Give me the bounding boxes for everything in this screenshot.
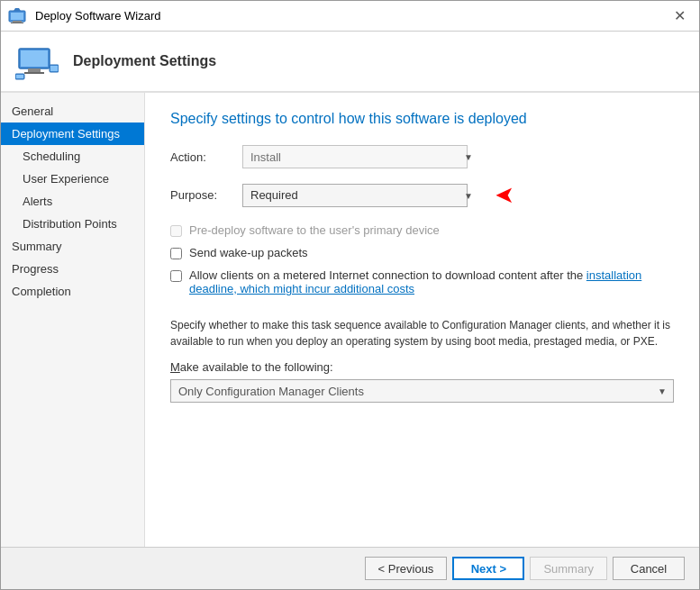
- main-panel: Specify settings to control how this sof…: [145, 93, 699, 547]
- metered-checkbox[interactable]: [170, 270, 182, 282]
- title-bar: Deploy Software Wizard ✕: [1, 1, 699, 32]
- purpose-label: Purpose:: [170, 188, 242, 202]
- page-title: Specify settings to control how this sof…: [170, 111, 674, 127]
- make-available-select[interactable]: Only Configuration Manager Clients Confi…: [170, 379, 674, 403]
- make-available-select-wrapper: Only Configuration Manager Clients Confi…: [170, 379, 674, 403]
- checkboxes-section: Pre-deploy software to the user's primar…: [170, 223, 674, 295]
- sidebar-item-scheduling[interactable]: Scheduling: [1, 145, 144, 168]
- metered-label: Allow clients on a metered Internet conn…: [189, 268, 674, 295]
- red-arrow-annotation: ➤: [495, 181, 514, 209]
- metered-row: Allow clients on a metered Internet conn…: [170, 268, 674, 295]
- svg-rect-1: [11, 13, 23, 20]
- wakeup-row: Send wake-up packets: [170, 246, 674, 259]
- title-bar-text: Deploy Software Wizard: [35, 9, 667, 23]
- make-available-section: Make available to the following: Only Co…: [170, 360, 674, 403]
- svg-rect-12: [50, 66, 58, 71]
- svg-marker-4: [14, 8, 21, 11]
- previous-button[interactable]: < Previous: [365, 557, 448, 580]
- svg-rect-7: [28, 68, 41, 72]
- action-select[interactable]: Install: [242, 145, 468, 168]
- predeployment-row: Pre-deploy software to the user's primar…: [170, 223, 674, 237]
- sidebar-item-user-experience[interactable]: User Experience: [1, 168, 144, 190]
- footer: < Previous Next > Summary Cancel: [1, 547, 699, 589]
- sidebar-item-progress[interactable]: Progress: [1, 258, 144, 280]
- sidebar-item-summary[interactable]: Summary: [1, 235, 144, 258]
- svg-rect-6: [21, 50, 48, 67]
- close-button[interactable]: ✕: [667, 4, 692, 29]
- description-section: Specify whether to make this task sequen…: [170, 317, 674, 349]
- make-available-underline: M: [170, 360, 180, 374]
- sidebar-item-general[interactable]: General: [1, 100, 144, 123]
- action-row: Action: Install ▼: [170, 145, 674, 168]
- svg-rect-2: [13, 21, 22, 23]
- sidebar-item-completion[interactable]: Completion: [1, 280, 144, 303]
- summary-button[interactable]: Summary: [530, 557, 607, 580]
- wakeup-checkbox[interactable]: [170, 248, 182, 259]
- purpose-select[interactable]: Required Available: [242, 184, 468, 207]
- svg-rect-3: [11, 23, 23, 23]
- content-area: General Deployment Settings Scheduling U…: [1, 93, 699, 547]
- header-bar: Deployment Settings: [1, 32, 699, 93]
- action-label: Action:: [170, 150, 242, 164]
- wizard-title-icon: [8, 6, 28, 26]
- purpose-row: Purpose: Required Available ▼ ➤: [170, 181, 674, 209]
- cancel-button[interactable]: Cancel: [613, 557, 685, 580]
- header-title: Deployment Settings: [73, 53, 216, 69]
- predeployment-label: Pre-deploy software to the user's primar…: [189, 223, 440, 237]
- action-select-wrapper: Install ▼: [242, 145, 477, 168]
- description-text: Specify whether to make this task sequen…: [170, 317, 674, 349]
- window: Deploy Software Wizard ✕ Deployment Sett…: [0, 0, 700, 590]
- sidebar-item-distribution-points[interactable]: Distribution Points: [1, 213, 144, 235]
- svg-rect-10: [16, 75, 23, 78]
- make-available-label: Make available to the following:: [170, 360, 674, 374]
- next-button[interactable]: Next >: [452, 557, 524, 580]
- svg-rect-8: [24, 72, 44, 74]
- sidebar-item-alerts[interactable]: Alerts: [1, 190, 144, 213]
- header-icon: [15, 40, 59, 83]
- sidebar: General Deployment Settings Scheduling U…: [1, 93, 145, 547]
- purpose-select-wrapper: Required Available ▼: [242, 184, 477, 207]
- sidebar-item-deployment-settings[interactable]: Deployment Settings: [1, 123, 144, 145]
- predeployment-checkbox[interactable]: [170, 225, 182, 237]
- wakeup-label: Send wake-up packets: [189, 246, 308, 259]
